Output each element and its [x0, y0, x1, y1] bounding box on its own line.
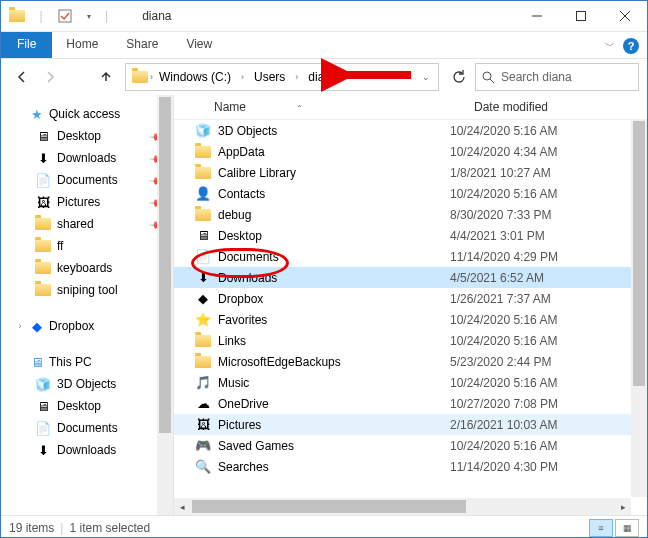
sidebar-item[interactable]: 🖼Pictures📌: [1, 191, 173, 213]
scrollbar-thumb[interactable]: [159, 97, 171, 433]
chevron-right-icon[interactable]: ›: [148, 72, 155, 82]
refresh-button[interactable]: [445, 64, 473, 90]
file-name: Music: [218, 376, 450, 390]
file-date: 10/24/2020 5:16 AM: [450, 376, 557, 390]
item-count: 19 items: [9, 521, 54, 535]
folder-icon: [194, 143, 212, 161]
share-tab[interactable]: Share: [112, 32, 172, 58]
file-row[interactable]: ⬇Downloads4/5/2021 6:52 AM: [174, 267, 647, 288]
breadcrumb-segment[interactable]: Windows (C:): [155, 68, 235, 86]
address-bar[interactable]: › Windows (C:)›Users›diana› ⌄: [125, 63, 439, 91]
svg-rect-2: [577, 12, 586, 21]
sidebar-item-label: Desktop: [57, 399, 101, 413]
file-row[interactable]: 👤Contacts10/24/2020 5:16 AM: [174, 183, 647, 204]
file-row[interactable]: ◆Dropbox1/26/2021 7:37 AM: [174, 288, 647, 309]
file-date: 8/30/2020 7:33 PM: [450, 208, 551, 222]
details-view-button[interactable]: ≡: [589, 519, 613, 537]
file-name: debug: [218, 208, 450, 222]
svg-line-6: [490, 79, 494, 83]
file-date: 2/16/2021 10:03 AM: [450, 418, 557, 432]
sidebar-item[interactable]: 🖥Desktop📌: [1, 125, 173, 147]
expand-ribbon-icon[interactable]: ﹀: [605, 39, 615, 53]
file-row[interactable]: 🎮Saved Games10/24/2020 5:16 AM: [174, 435, 647, 456]
pc-icon: 🖥: [29, 354, 45, 370]
file-tab[interactable]: File: [1, 32, 52, 58]
name-column-header[interactable]: Name⌃: [174, 100, 474, 114]
qat-dropdown-icon[interactable]: ▾: [79, 6, 99, 26]
thumbnails-view-button[interactable]: ▦: [615, 519, 639, 537]
file-row[interactable]: ☁OneDrive10/27/2020 7:08 PM: [174, 393, 647, 414]
file-row[interactable]: 🎵Music10/24/2020 5:16 AM: [174, 372, 647, 393]
file-row[interactable]: ⭐Favorites10/24/2020 5:16 AM: [174, 309, 647, 330]
chevron-right-icon[interactable]: ›: [344, 70, 355, 84]
horizontal-scrollbar[interactable]: ◂ ▸: [174, 498, 631, 515]
expand-icon[interactable]: ›: [15, 321, 25, 331]
sidebar-item[interactable]: keyboards: [1, 257, 173, 279]
file-row[interactable]: Links10/24/2020 5:16 AM: [174, 330, 647, 351]
address-history-icon[interactable]: ⌄: [420, 72, 432, 82]
sidebar-item[interactable]: 🧊3D Objects: [1, 373, 173, 395]
sidebar-item-label: keyboards: [57, 261, 112, 275]
folder-icon: [194, 353, 212, 371]
forward-button[interactable]: [37, 64, 63, 90]
this-pc-header[interactable]: 🖥 This PC: [1, 351, 173, 373]
help-icon[interactable]: ?: [623, 38, 639, 54]
file-row[interactable]: 📄Documents11/14/2020 4:29 PM: [174, 246, 647, 267]
file-row[interactable]: 🔍Searches11/14/2020 4:30 PM: [174, 456, 647, 477]
file-name: AppData: [218, 145, 450, 159]
documents-icon: 📄: [35, 172, 51, 188]
sidebar-item[interactable]: 🖥Desktop: [1, 395, 173, 417]
file-date: 10/24/2020 5:16 AM: [450, 187, 557, 201]
scrollbar-thumb[interactable]: [633, 121, 645, 386]
search-box[interactable]: Search diana: [475, 63, 639, 91]
sidebar-item[interactable]: ⬇Downloads: [1, 439, 173, 461]
file-row[interactable]: debug8/30/2020 7:33 PM: [174, 204, 647, 225]
minimize-button[interactable]: [515, 1, 559, 31]
sidebar-item[interactable]: ff: [1, 235, 173, 257]
sidebar-item[interactable]: sniping tool: [1, 279, 173, 301]
file-row[interactable]: 🖥Desktop4/4/2021 3:01 PM: [174, 225, 647, 246]
file-name: MicrosoftEdgeBackups: [218, 355, 450, 369]
downloads-icon: ⬇: [35, 150, 51, 166]
chevron-right-icon[interactable]: ›: [291, 70, 302, 84]
breadcrumb-segment[interactable]: Users: [250, 68, 289, 86]
sidebar-item-label: sniping tool: [57, 283, 118, 297]
date-column-header[interactable]: Date modified: [474, 100, 647, 114]
view-tab[interactable]: View: [172, 32, 226, 58]
desktop-icon: 🖥: [35, 128, 51, 144]
nav-scrollbar[interactable]: [157, 95, 173, 515]
file-row[interactable]: MicrosoftEdgeBackups5/23/2020 2:44 PM: [174, 351, 647, 372]
dropbox-header[interactable]: › ◆ Dropbox: [1, 315, 173, 337]
back-button[interactable]: [9, 64, 35, 90]
breadcrumb-segment[interactable]: diana: [304, 68, 341, 86]
file-name: Links: [218, 334, 450, 348]
scroll-left-icon[interactable]: ◂: [174, 498, 190, 515]
file-row[interactable]: AppData10/24/2020 4:34 AM: [174, 141, 647, 162]
sidebar-item[interactable]: ⬇Downloads📌: [1, 147, 173, 169]
file-name: Contacts: [218, 187, 450, 201]
close-button[interactable]: [603, 1, 647, 31]
sidebar-item[interactable]: 📄Documents: [1, 417, 173, 439]
file-row[interactable]: Calibre Library1/8/2021 10:27 AM: [174, 162, 647, 183]
sidebar-item[interactable]: 📄Documents📌: [1, 169, 173, 191]
main-area: ★ Quick access 🖥Desktop📌⬇Downloads📌📄Docu…: [1, 95, 647, 515]
sidebar-item-label: Downloads: [57, 151, 116, 165]
properties-icon[interactable]: [55, 6, 75, 26]
quick-access-header[interactable]: ★ Quick access: [1, 103, 173, 125]
recent-dropdown-icon[interactable]: [65, 64, 91, 90]
scroll-right-icon[interactable]: ▸: [615, 498, 631, 515]
svg-rect-0: [59, 10, 71, 22]
file-date: 10/24/2020 4:34 AM: [450, 145, 557, 159]
sidebar-item[interactable]: shared📌: [1, 213, 173, 235]
chevron-right-icon[interactable]: ›: [237, 70, 248, 84]
up-button[interactable]: [93, 64, 119, 90]
sidebar-item-label: Desktop: [57, 129, 101, 143]
scrollbar-thumb[interactable]: [192, 500, 466, 513]
home-tab[interactable]: Home: [52, 32, 112, 58]
vertical-scrollbar[interactable]: [631, 119, 647, 497]
maximize-button[interactable]: [559, 1, 603, 31]
file-row[interactable]: 🖼Pictures2/16/2021 10:03 AM: [174, 414, 647, 435]
sidebar-item-label: Pictures: [57, 195, 100, 209]
title-bar: | ▾ | diana: [1, 1, 647, 32]
file-row[interactable]: 🧊3D Objects10/24/2020 5:16 AM: [174, 120, 647, 141]
